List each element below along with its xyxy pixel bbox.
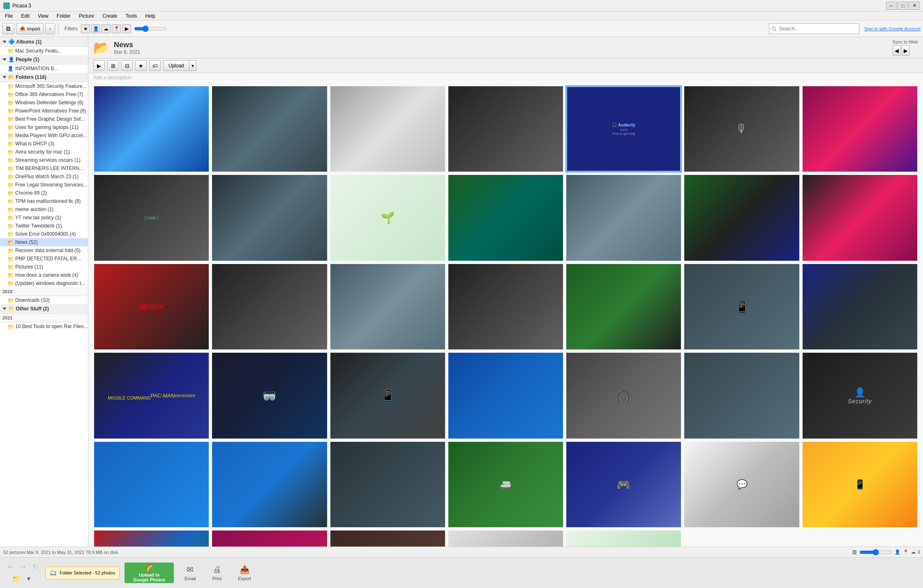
photo-thumb-35[interactable]: 📱 — [802, 441, 918, 528]
sidebar-item-windefender[interactable]: 📁 Windows Defender Settings (6) — [0, 99, 88, 107]
menu-folder[interactable]: Folder — [53, 12, 74, 20]
photo-thumb-30[interactable] — [211, 441, 328, 528]
photo-thumb-2[interactable] — [211, 85, 328, 172]
photo-thumb-11[interactable] — [448, 174, 564, 261]
sidebar-item-yt-tax[interactable]: 📁 YT new tax policy (1) — [0, 214, 88, 222]
filter-star[interactable]: ★ — [81, 24, 90, 33]
sidebar-item-meme[interactable]: 📁 meme auction (1) — [0, 205, 88, 214]
sidebar-item-oneplus[interactable]: 📁 OnePlus Watch March 23 (1) — [0, 172, 88, 181]
sidebar-item-downloads[interactable]: 📁 Downloads (10) — [0, 296, 88, 304]
sidebar-item-ms365[interactable]: 📁 Microsoft 365 Security Feature... — [0, 82, 88, 90]
redo-icon[interactable]: ↪ — [17, 562, 28, 572]
photo-thumb-10[interactable]: 🌱 — [330, 174, 446, 261]
photo-thumb-40[interactable]: 📱📱 — [565, 530, 682, 547]
photo-thumb-24[interactable]: 📱 — [330, 352, 446, 439]
sidebar-item-pictures[interactable]: 📁 Pictures (11) — [0, 263, 88, 271]
photo-thumb-36[interactable]: 🌐 — [93, 530, 210, 547]
photo-thumb-33[interactable]: 🎮 — [565, 441, 682, 528]
upload-dropdown-button[interactable]: ▼ — [189, 60, 196, 71]
play-button[interactable]: ▶ — [93, 60, 105, 71]
zoom-slider[interactable] — [859, 549, 892, 556]
menu-help[interactable]: Help — [142, 12, 159, 20]
photo-thumb-23[interactable]: 🥽 — [211, 352, 328, 439]
photo-thumb-13[interactable] — [683, 174, 800, 261]
photo-thumb-6[interactable]: 🎙 — [683, 85, 800, 172]
photo-thumb-39[interactable]: 🤖 — [448, 530, 564, 547]
print-action-button[interactable]: 🖨 Print — [207, 563, 228, 583]
import-button[interactable]: 📥 Import — [16, 23, 44, 34]
menu-file[interactable]: File — [2, 12, 16, 20]
sidebar-item-tpm[interactable]: 📁 TPM has malfucntioned fic (8) — [0, 197, 88, 205]
sidebar-item-free-legal[interactable]: 📁 Free Legal Streaming Services... — [0, 181, 88, 189]
photo-thumb-20[interactable]: 📱 — [683, 263, 800, 350]
sidebar-item-twitter[interactable]: 📁 Twitter Tweetdeck (1) — [0, 222, 88, 230]
filter-upload[interactable]: ☁ — [102, 24, 111, 33]
photo-thumb-28[interactable]: 👤 Security — [802, 352, 918, 439]
photo-thumb-22[interactable]: MISSILE COMMAND PAC-MAN DEFENDER — [93, 352, 210, 439]
sidebar-item-gaming-laptops[interactable]: 📁 Uses for gaming laptops (11) — [0, 123, 88, 131]
sidebar-item-avira[interactable]: 📁 Avira security for mac (1) — [0, 148, 88, 156]
photo-thumb-14[interactable] — [802, 174, 918, 261]
email-action-button[interactable]: ✉ Email — [179, 562, 202, 583]
tag-button[interactable]: 🏷 — [149, 60, 161, 71]
sidebar-item-news[interactable]: 📂 News (52) — [0, 238, 88, 246]
sidebar-item-solve-error[interactable]: 📁 Solve Error 0x80004005 (4) — [0, 230, 88, 238]
sidebar-item-media-players[interactable]: 📁 Media Players With GPU accel... — [0, 131, 88, 140]
sidebar-item-camera-work[interactable]: 📁 How does a camera work (4) — [0, 271, 88, 279]
menu-tools[interactable]: Tools — [122, 12, 140, 20]
other-stuff-header[interactable]: 📁 Other Stuff (2) — [0, 304, 88, 314]
photo-thumb-7[interactable] — [802, 85, 918, 172]
sidebar-item-pnp[interactable]: 📁 PNP DETECTED FATAL ER... — [0, 255, 88, 263]
sidebar-item-graphic-design[interactable]: 📁 Best Free Graphic Design Sof... — [0, 115, 88, 123]
photo-thumb-26[interactable]: 🎧 — [565, 352, 682, 439]
search-input[interactable] — [769, 23, 859, 34]
photo-thumb-38[interactable] — [330, 530, 446, 547]
photo-thumb-5[interactable]: 🎧 Audacity 3.0.0How to get help — [565, 85, 682, 172]
photo-thumb-31[interactable] — [330, 441, 446, 528]
sidebar-item-powerpoint[interactable]: 📁 PowerPoint Alternatives Free (8) — [0, 107, 88, 115]
sidebar-item-office365[interactable]: 📁 Office 365 Alternatives Free (7) — [0, 90, 88, 99]
maximize-button[interactable]: □ — [898, 2, 908, 10]
photo-thumb-8[interactable]: { code } — [93, 174, 210, 261]
undo-icon[interactable]: ↩ — [5, 562, 16, 572]
filmstrip-button[interactable]: ⊞ — [107, 60, 119, 71]
upload-google-photos-button[interactable]: 🌈 Upload to Google Photos — [125, 563, 174, 583]
filter-slider[interactable] — [134, 25, 167, 32]
photo-thumb-18[interactable] — [448, 263, 564, 350]
sidebar-item-win-diag[interactable]: 📁 (Update) windows diagnostic t... — [0, 279, 88, 287]
photo-thumb-12[interactable] — [565, 174, 682, 261]
settings-icon-btn[interactable]: ▼ — [23, 574, 34, 584]
photo-thumb-15[interactable]: NETFLIX — [93, 263, 210, 350]
photo-thumb-4[interactable] — [448, 85, 564, 172]
sidebar-item-chrome89[interactable]: 📁 Chrome 89 (2) — [0, 189, 88, 197]
sidebar-item-streaming[interactable]: 📁 Streaming services oscars (1) — [0, 156, 88, 164]
minimize-button[interactable]: ─ — [886, 2, 897, 10]
sidebar-item-recover-data[interactable]: 📁 Recover data external hdd (5) — [0, 246, 88, 255]
photo-thumb-25[interactable] — [448, 352, 564, 439]
photo-thumb-27[interactable] — [683, 352, 800, 439]
sync-forward-button[interactable]: ▶ — [902, 45, 910, 56]
photo-thumb-32[interactable]: 🚐 — [448, 441, 564, 528]
star-button[interactable]: ★ — [135, 60, 147, 71]
google-signin-link[interactable]: Sign in with Google Account — [864, 26, 921, 31]
export-action-button[interactable]: 📤 Export — [232, 562, 257, 583]
photo-thumb-1[interactable] — [93, 85, 210, 172]
photo-thumb-3[interactable] — [330, 85, 446, 172]
sidebar-item-people-info[interactable]: 👤 INFORMATION B... — [0, 64, 88, 73]
sidebar-item-dhcp[interactable]: 📁 What is DHCP (3) — [0, 140, 88, 148]
menu-view[interactable]: View — [35, 12, 52, 20]
share-button[interactable]: ↑ — [45, 23, 55, 34]
photo-thumb-34[interactable]: 💬 — [683, 441, 800, 528]
grid-button[interactable]: ⊟ — [121, 60, 133, 71]
photo-thumb-21[interactable] — [802, 263, 918, 350]
close-button[interactable]: ✕ — [909, 2, 920, 10]
refresh-icon[interactable]: ↻ — [30, 562, 40, 572]
photo-thumb-9[interactable] — [211, 174, 328, 261]
photo-thumb-16[interactable] — [211, 263, 328, 350]
filter-geo[interactable]: 📍 — [112, 24, 121, 33]
albums-section-header[interactable]: 🔷 Albums (1) — [0, 37, 88, 47]
upload-button[interactable]: Upload — [163, 60, 189, 71]
menu-picture[interactable]: Picture — [76, 12, 97, 20]
filter-person[interactable]: 👤 — [91, 24, 100, 33]
photo-thumb-37[interactable]: 📲 — [211, 530, 328, 547]
